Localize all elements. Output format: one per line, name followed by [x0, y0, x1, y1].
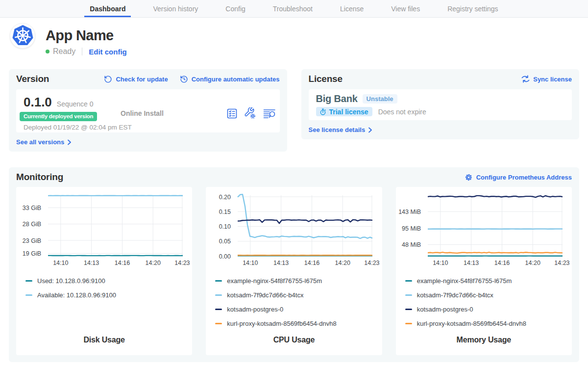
legend-label: kotsadm-postgres-0 — [417, 306, 473, 313]
license-card-title: License — [309, 74, 343, 84]
cpu-usage-plot: 0.200.150.100.050.0014:1014:1314:1614:20… — [206, 187, 382, 268]
svg-text:14:16: 14:16 — [115, 260, 130, 266]
legend-color-dash — [405, 280, 412, 282]
checklist-icon — [226, 108, 238, 119]
legend-label: kurl-proxy-kotsadm-8569fb6454-dnvh8 — [417, 320, 526, 327]
svg-text:14:13: 14:13 — [273, 260, 289, 266]
preflight-checks-button[interactable] — [226, 108, 238, 119]
nav-tab-troubleshoot[interactable]: Troubleshoot — [268, 0, 318, 17]
status-dot — [46, 50, 49, 53]
sync-icon — [521, 75, 530, 83]
disk-usage-chart: 33 GiB28 GiB23 GiB19 GiB14:1014:1314:161… — [16, 187, 192, 355]
legend-item: example-nginx-54f8f76755-l675m — [215, 274, 382, 288]
legend-color-dash — [215, 309, 222, 310]
nav-tab-config[interactable]: Config — [220, 0, 250, 17]
legend-label: Available: 10.128.0.96:9100 — [37, 291, 116, 299]
legend-label: Used: 10.128.0.96:9100 — [37, 277, 105, 285]
license-assignee: Big Bank — [316, 93, 358, 104]
cpu-usage-chart: 0.200.150.100.050.0014:1014:1314:1614:20… — [206, 187, 382, 355]
check-for-update-button[interactable]: Check for update — [104, 75, 168, 83]
legend-color-dash — [215, 280, 222, 282]
svg-text:14:10: 14:10 — [433, 260, 448, 266]
chart-title: Disk Usage — [16, 336, 192, 344]
memory-usage-legend: example-nginx-54f8f76755-l675mkotsadm-7f… — [396, 274, 572, 331]
legend-label: example-nginx-54f8f76755-l675m — [227, 277, 322, 285]
nav-tab-view-files[interactable]: View files — [386, 0, 425, 17]
legend-color-dash — [405, 323, 412, 324]
status-text: Ready — [53, 47, 75, 56]
legend-item: kurl-proxy-kotsadm-8569fb6454-dnvh8 — [405, 316, 572, 331]
edit-config-icon-button[interactable] — [245, 107, 256, 119]
svg-text:0.00: 0.00 — [219, 253, 231, 260]
configure-automatic-updates-button[interactable]: Configure automatic updates — [180, 75, 280, 83]
sequence-label: Sequence 0 — [57, 98, 94, 110]
legend-label: kotsadm-7f9dc7d66c-b4tcx — [417, 291, 493, 299]
nav-tab-license[interactable]: License — [335, 0, 369, 17]
license-type-badge: Trial license — [316, 107, 372, 116]
svg-text:14:16: 14:16 — [494, 260, 510, 266]
install-type-label: Online Install — [121, 109, 164, 117]
legend-color-dash — [215, 323, 222, 324]
page-title: App Name — [46, 27, 127, 43]
memory-usage-chart: 143 MiB95 MiB48 MiB14:1014:1314:1614:201… — [396, 187, 572, 355]
legend-color-dash — [405, 309, 412, 310]
legend-item: kotsadm-postgres-0 — [215, 302, 382, 316]
monitoring-card: Monitoring Configure Prometheus Address … — [9, 167, 579, 362]
svg-text:33 GiB: 33 GiB — [23, 205, 41, 211]
svg-text:95 MiB: 95 MiB — [402, 225, 421, 232]
scheduled-update-icon — [180, 75, 188, 83]
svg-text:14:20: 14:20 — [335, 260, 350, 266]
sync-license-button[interactable]: Sync license — [521, 75, 572, 83]
cpu-usage-legend: example-nginx-54f8f76755-l675mkotsadm-7f… — [206, 274, 382, 331]
legend-color-dash — [215, 294, 222, 296]
current-version-panel: 0.1.0 Sequence 0 Currently deployed vers… — [16, 89, 280, 132]
legend-label: kurl-proxy-kotsadm-8569fb6454-dnvh8 — [227, 320, 336, 327]
see-all-versions-link[interactable]: See all versions — [16, 138, 280, 146]
gear-icon — [465, 173, 473, 182]
deployed-badge: Currently deployed version — [20, 112, 97, 121]
version-number: 0.1.0 — [24, 96, 52, 108]
stopwatch-icon — [319, 108, 326, 115]
svg-text:14:13: 14:13 — [84, 260, 99, 266]
chart-title: CPU Usage — [206, 336, 382, 344]
divider — [82, 48, 82, 55]
svg-text:14:13: 14:13 — [464, 260, 479, 266]
charts-row: 33 GiB28 GiB23 GiB19 GiB14:1014:1314:161… — [16, 187, 572, 355]
version-card: Version Check for update Configure au — [9, 69, 287, 152]
disk-usage-legend: Used: 10.128.0.96:9100Available: 10.128.… — [16, 274, 192, 302]
license-expiry: Does not expire — [378, 108, 426, 116]
legend-item: Used: 10.128.0.96:9100 — [25, 274, 192, 288]
legend-item: kotsadm-postgres-0 — [405, 302, 572, 316]
view-diff-button[interactable] — [263, 108, 276, 119]
legend-label: kotsadm-postgres-0 — [227, 306, 283, 313]
chart-title: Memory Usage — [396, 336, 572, 344]
license-card: License Sync license Big Bank Unstable — [301, 69, 580, 139]
configure-prometheus-button[interactable]: Configure Prometheus Address — [465, 173, 572, 182]
app-header: App Name Ready Edit config — [10, 23, 579, 56]
nav-tab-version-history[interactable]: Version history — [147, 0, 203, 17]
svg-text:143 MiB: 143 MiB — [398, 209, 421, 215]
edit-config-link[interactable]: Edit config — [89, 48, 127, 56]
legend-item: kurl-proxy-kotsadm-8569fb6454-dnvh8 — [215, 316, 382, 331]
legend-color-dash — [25, 294, 32, 296]
svg-text:48 MiB: 48 MiB — [402, 241, 421, 248]
see-license-details-link[interactable]: See license details — [309, 126, 572, 134]
svg-text:14:20: 14:20 — [146, 260, 161, 266]
deployed-timestamp: Deployed 01/19/22 @ 02:04 pm EST — [24, 124, 121, 131]
refresh-icon — [104, 75, 112, 83]
nav-tab-dashboard[interactable]: Dashboard — [84, 0, 131, 17]
nav-tab-registry-settings[interactable]: Registry settings — [442, 0, 503, 17]
svg-text:14:10: 14:10 — [243, 260, 258, 266]
svg-text:14:16: 14:16 — [304, 260, 319, 266]
app-logo — [10, 23, 35, 49]
wrench-gear-icon — [245, 107, 256, 119]
svg-text:14:23: 14:23 — [365, 260, 380, 266]
cards-row: Version Check for update Configure au — [9, 69, 579, 152]
legend-label: example-nginx-54f8f76755-l675m — [417, 277, 512, 285]
svg-text:0.05: 0.05 — [219, 238, 231, 245]
svg-text:14:10: 14:10 — [53, 260, 68, 266]
svg-text:0.15: 0.15 — [219, 209, 231, 215]
disk-usage-plot: 33 GiB28 GiB23 GiB19 GiB14:1014:1314:161… — [16, 187, 192, 268]
svg-text:23 GiB: 23 GiB — [23, 237, 41, 244]
legend-item: kotsadm-7f9dc7d66c-b4tcx — [215, 288, 382, 302]
